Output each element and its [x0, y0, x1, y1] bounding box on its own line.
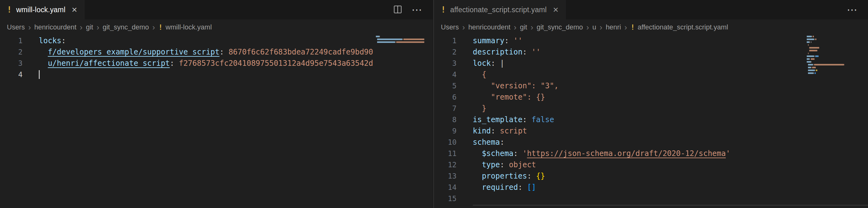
- breadcrumb-item[interactable]: git_sync_demo: [536, 23, 583, 31]
- code-token: [224, 48, 228, 56]
- code-line[interactable]: 4: [0, 69, 433, 80]
- code-line[interactable]: 4 {: [434, 69, 868, 80]
- line-number: 1: [0, 35, 23, 46]
- breadcrumb-item[interactable]: Users: [441, 23, 459, 31]
- close-icon[interactable]: ×: [553, 5, 558, 15]
- chevron-right-icon: ›: [514, 24, 516, 31]
- breadcrumb: Users›henricourdent›git›git_sync_demo›u›…: [434, 20, 868, 35]
- code-token: '': [514, 36, 523, 45]
- code-line[interactable]: 2 f/developers_example/supportive_script…: [0, 46, 433, 58]
- code-line[interactable]: 9kind: script: [434, 125, 868, 136]
- code-line[interactable]: 14 required: []: [434, 182, 868, 193]
- close-icon[interactable]: ×: [72, 5, 77, 15]
- line-number: 2: [434, 46, 457, 58]
- editor-group-left: ! wmill-lock.yaml × ⋯ Users›henricourden…: [0, 0, 433, 208]
- code-token: :: [500, 138, 504, 147]
- code-token: [473, 149, 482, 158]
- code-line[interactable]: 3 u/henri/affectionate_script: f2768573c…: [0, 58, 433, 69]
- breadcrumb-item[interactable]: git: [520, 23, 527, 31]
- tab-actions-right: ⋯: [847, 0, 868, 20]
- code-token: u/henri/affectionate_script: [48, 59, 170, 68]
- code-token: description: [473, 48, 523, 56]
- code-line[interactable]: 5 "version": "3",: [434, 80, 868, 92]
- tab-label: affectionate_script.script.yaml: [450, 6, 547, 14]
- code-editor-right[interactable]: 1summary: ''2description: ''3lock: |4 {5…: [434, 35, 868, 208]
- breadcrumb-item[interactable]: Users: [7, 23, 25, 31]
- line-number: 12: [434, 159, 457, 171]
- code-token: [527, 115, 531, 124]
- scrollbar-shadow: [473, 205, 868, 206]
- workbench: ! wmill-lock.yaml × ⋯ Users›henricourden…: [0, 0, 868, 208]
- chevron-right-icon: ›: [531, 24, 533, 31]
- code-token: :: [61, 36, 66, 45]
- breadcrumb-item[interactable]: henricourdent: [468, 23, 510, 31]
- split-editor-icon[interactable]: [393, 5, 402, 15]
- code-line[interactable]: 6 "remote": {}: [434, 92, 868, 103]
- chevron-right-icon: ›: [97, 24, 99, 31]
- code-token: [504, 160, 509, 169]
- breadcrumb-item[interactable]: henri: [606, 23, 621, 31]
- line-number: 1: [434, 35, 457, 46]
- tabstrip-right: ! affectionate_script.script.yaml × ⋯: [434, 0, 868, 20]
- code-token: :: [523, 48, 527, 56]
- line-number: 4: [0, 69, 23, 80]
- code-token: [473, 104, 482, 113]
- line-number: 8: [434, 114, 457, 125]
- code-line[interactable]: 11 $schema: 'https://json-schema.org/dra…: [434, 148, 868, 159]
- minimap[interactable]: [376, 36, 426, 46]
- code-token: 8670f6c62f683bdea72249cadfe9bd90: [228, 48, 373, 56]
- code-token: "remote": {}: [491, 93, 545, 102]
- code-line[interactable]: 10schema:: [434, 136, 868, 148]
- line-number: 15: [434, 193, 457, 204]
- code-token: :: [491, 59, 495, 68]
- breadcrumb-item[interactable]: git_sync_demo: [102, 23, 149, 31]
- breadcrumb-item[interactable]: henricourdent: [34, 23, 76, 31]
- code-token: [495, 127, 500, 135]
- code-token: :: [518, 183, 523, 192]
- code-area[interactable]: 1locks:2 f/developers_example/supportive…: [0, 35, 433, 208]
- code-token: [509, 36, 514, 45]
- breadcrumb-file[interactable]: !affectionate_script.script.yaml: [630, 23, 728, 31]
- code-token: type: [482, 160, 500, 169]
- code-line[interactable]: 15: [434, 193, 868, 204]
- minimap[interactable]: [807, 36, 856, 77]
- more-actions-icon[interactable]: ⋯: [411, 4, 422, 15]
- breadcrumb-item[interactable]: git: [86, 23, 93, 31]
- code-line[interactable]: 2description: '': [434, 46, 868, 58]
- code-editor-left[interactable]: 1locks:2 f/developers_example/supportive…: [0, 35, 433, 208]
- code-token: [518, 149, 523, 158]
- code-token: '': [532, 48, 540, 56]
- breadcrumb-file[interactable]: !wmill-lock.yaml: [158, 23, 212, 31]
- code-line[interactable]: 13 properties: {}: [434, 171, 868, 182]
- line-number: 13: [434, 171, 457, 182]
- tab-affectionate-script-yaml[interactable]: ! affectionate_script.script.yaml ×: [434, 0, 566, 20]
- code-token: $schema: [482, 149, 514, 158]
- code-line[interactable]: 1locks:: [0, 35, 433, 46]
- code-token: [473, 81, 491, 90]
- tab-wmill-lock-yaml[interactable]: ! wmill-lock.yaml ×: [0, 0, 85, 20]
- more-actions-icon[interactable]: ⋯: [847, 4, 857, 15]
- tab-actions-left: ⋯: [393, 0, 433, 20]
- chevron-right-icon: ›: [586, 24, 589, 31]
- code-token: :: [219, 48, 224, 56]
- code-line[interactable]: 3lock: |: [434, 58, 868, 69]
- code-line[interactable]: 8is_template: false: [434, 114, 868, 125]
- code-token: f2768573cfc204108975501312a4d95e7543a635…: [179, 59, 373, 68]
- code-token: f/developers_example/supportive_script: [48, 48, 219, 56]
- code-token: https://json-schema.org/draft/2020-12/sc…: [527, 149, 726, 158]
- code-line[interactable]: 12 type: object: [434, 159, 868, 171]
- code-token: [473, 172, 482, 180]
- code-area[interactable]: 1summary: ''2description: ''3lock: |4 {5…: [434, 35, 868, 208]
- breadcrumb-item[interactable]: u: [592, 23, 596, 31]
- yaml-file-icon: !: [630, 23, 635, 31]
- code-line[interactable]: 7 }: [434, 103, 868, 114]
- code-line[interactable]: 1summary: '': [434, 35, 868, 46]
- code-token: [473, 183, 482, 192]
- line-number: 2: [0, 46, 23, 58]
- code-token: ': [726, 149, 730, 158]
- code-token: required: [482, 183, 518, 192]
- code-token: {: [482, 70, 486, 79]
- chevron-right-icon: ›: [462, 24, 465, 31]
- chevron-right-icon: ›: [80, 24, 82, 31]
- code-token: ': [523, 149, 527, 158]
